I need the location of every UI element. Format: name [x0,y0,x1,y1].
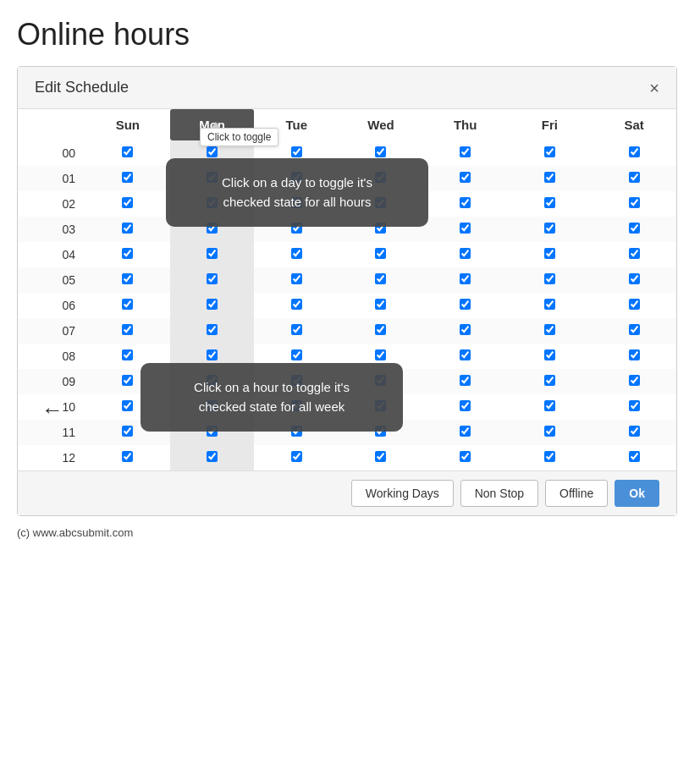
checkbox-01-thu[interactable] [423,166,508,191]
checkbox-07-thu[interactable] [423,318,508,344]
check-input-08-thu[interactable] [460,349,471,360]
checkbox-09-sat[interactable] [592,369,676,394]
check-input-07-wed[interactable] [375,324,386,335]
check-input-12-thu[interactable] [460,451,471,462]
checkbox-11-sat[interactable] [592,420,676,445]
checkbox-04-wed[interactable] [339,242,423,267]
checkbox-06-wed[interactable] [339,293,423,318]
check-input-06-thu[interactable] [460,299,471,310]
check-input-01-sat[interactable] [629,172,640,183]
checkbox-06-fri[interactable] [508,293,593,318]
checkbox-02-sun[interactable] [85,191,170,217]
working-days-button[interactable]: Working Days [351,480,454,507]
check-input-08-fri[interactable] [544,349,555,360]
checkbox-04-sat[interactable] [592,242,676,267]
check-input-04-fri[interactable] [544,248,555,259]
check-input-10-fri[interactable] [544,400,555,411]
checkbox-04-sun[interactable] [85,242,170,267]
hour-label[interactable]: 01 [18,166,85,191]
checkbox-04-fri[interactable] [508,242,593,267]
check-input-04-wed[interactable] [375,248,386,259]
checkbox-05-thu[interactable] [423,267,508,293]
check-input-00-sat[interactable] [629,146,640,157]
checkbox-05-wed[interactable] [339,267,423,293]
check-input-00-wed[interactable] [375,146,386,157]
hour-label[interactable]: 02 [18,191,85,217]
day-sun[interactable]: Sun [85,109,170,140]
checkbox-06-thu[interactable] [423,293,508,318]
checkbox-11-thu[interactable] [423,420,508,445]
check-input-06-sun[interactable] [122,299,133,310]
check-input-01-sun[interactable] [122,172,133,183]
hour-label[interactable]: 04 [18,242,85,267]
hour-label[interactable]: 00 [18,140,85,166]
checkbox-05-sun[interactable] [85,267,170,293]
check-input-06-fri[interactable] [544,299,555,310]
checkbox-11-fri[interactable] [508,420,593,445]
check-input-12-tue[interactable] [291,451,302,462]
checkbox-02-sat[interactable] [592,191,676,217]
check-input-03-fri[interactable] [544,223,555,234]
checkbox-00-fri[interactable] [508,140,593,166]
check-input-07-tue[interactable] [291,324,302,335]
check-input-10-sat[interactable] [629,400,640,411]
check-input-01-fri[interactable] [544,172,555,183]
check-input-07-mon[interactable] [207,324,218,335]
checkbox-07-wed[interactable] [339,318,423,344]
check-input-10-sun[interactable] [122,400,133,411]
checkbox-05-mon[interactable] [170,267,255,293]
check-input-04-mon[interactable] [207,248,218,259]
check-input-07-thu[interactable] [460,324,471,335]
check-input-12-fri[interactable] [544,451,555,462]
check-input-05-wed[interactable] [375,273,386,284]
check-input-07-sat[interactable] [629,324,640,335]
hour-label[interactable]: 07 [18,318,85,344]
hour-label[interactable]: 08 [18,344,85,369]
check-input-02-sat[interactable] [629,197,640,208]
checkbox-01-fri[interactable] [508,166,593,191]
checkbox-12-wed[interactable] [339,445,423,470]
check-input-05-sat[interactable] [629,273,640,284]
close-button[interactable]: × [649,80,659,96]
checkbox-08-sat[interactable] [592,344,676,369]
check-input-05-mon[interactable] [207,273,218,284]
checkbox-09-thu[interactable] [423,369,508,394]
check-input-11-thu[interactable] [460,426,471,437]
checkbox-06-mon[interactable] [170,293,255,318]
checkbox-05-tue[interactable] [254,267,339,293]
checkbox-04-mon[interactable] [170,242,255,267]
check-input-11-sat[interactable] [629,426,640,437]
check-input-12-sat[interactable] [629,451,640,462]
check-input-06-tue[interactable] [291,299,302,310]
checkbox-00-sat[interactable] [592,140,676,166]
checkbox-01-sat[interactable] [592,166,676,191]
check-input-09-sun[interactable] [122,375,133,386]
checkbox-12-sat[interactable] [592,445,676,470]
checkbox-12-tue[interactable] [254,445,339,470]
ok-button[interactable]: Ok [615,480,659,507]
check-input-07-fri[interactable] [544,324,555,335]
check-input-00-sun[interactable] [122,146,133,157]
checkbox-03-sat[interactable] [592,217,676,242]
checkbox-05-fri[interactable] [508,267,593,293]
checkbox-03-sun[interactable] [85,217,170,242]
check-input-08-tue[interactable] [291,349,302,360]
check-input-12-sun[interactable] [122,451,133,462]
checkbox-04-tue[interactable] [254,242,339,267]
hour-label[interactable]: 12 [18,445,85,470]
checkbox-07-fri[interactable] [508,318,593,344]
check-input-04-sun[interactable] [122,248,133,259]
check-input-00-fri[interactable] [544,146,555,157]
checkbox-00-thu[interactable] [423,140,508,166]
checkbox-01-sun[interactable] [85,166,170,191]
hour-label[interactable]: 11 [18,420,85,445]
checkbox-12-sun[interactable] [85,445,170,470]
check-input-07-sun[interactable] [122,324,133,335]
check-input-05-thu[interactable] [460,273,471,284]
check-input-04-thu[interactable] [460,248,471,259]
checkbox-12-fri[interactable] [508,445,593,470]
check-input-00-thu[interactable] [460,146,471,157]
checkbox-10-fri[interactable] [508,394,593,420]
checkbox-03-thu[interactable] [423,217,508,242]
checkbox-06-tue[interactable] [254,293,339,318]
